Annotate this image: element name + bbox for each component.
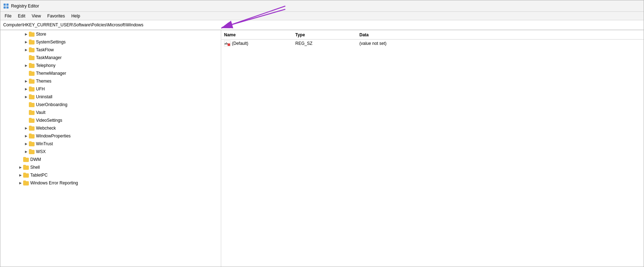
- tree-label-windowproperties: WindowProperties: [36, 134, 71, 138]
- tree-label-themes: Themes: [36, 79, 51, 84]
- tree-label-tabletpc: TabletPC: [30, 173, 48, 178]
- menu-view[interactable]: View: [29, 13, 44, 19]
- col-type: Type: [295, 32, 359, 37]
- folder-icon: [29, 110, 35, 115]
- tree-label-taskmanager: TaskManager: [36, 55, 62, 60]
- folder-icon: [29, 87, 35, 91]
- tree-label-telephony: Telephony: [36, 63, 56, 68]
- tree-item-telephony[interactable]: ▶ Telephony: [0, 62, 221, 69]
- address-path[interactable]: Computer\HKEY_CURRENT_USER\Software\Poli…: [3, 22, 143, 27]
- expand-icon: ▶: [17, 180, 23, 186]
- folder-icon: [29, 55, 35, 60]
- tree-label-wintrust: WinTrust: [36, 141, 53, 146]
- tree-item-taskflow[interactable]: ▶ TaskFlow: [0, 46, 221, 54]
- expand-icon: ▶: [23, 78, 29, 84]
- expand-icon: ▶: [23, 31, 29, 37]
- folder-icon: [29, 71, 35, 76]
- tree-item-shell[interactable]: ▶ Shell: [0, 163, 221, 171]
- tree-label-uninstall: Uninstall: [36, 94, 52, 99]
- expand-icon: ▶: [23, 63, 29, 68]
- tree-label-thememanager: ThemeManager: [36, 71, 66, 76]
- tree-item-vault[interactable]: ▶ Vault: [0, 109, 221, 116]
- svg-rect-1: [6, 4, 9, 6]
- expand-icon: ▶: [23, 149, 29, 155]
- folder-icon: [23, 157, 29, 162]
- tree-label-webcheck: Webcheck: [36, 126, 56, 131]
- expand-icon: ▶: [23, 47, 29, 53]
- tree-label-systemsettings: SystemSettings: [36, 40, 66, 44]
- svg-rect-2: [4, 6, 6, 9]
- folder-icon: [29, 149, 35, 154]
- tree-item-taskmanager[interactable]: ▶ TaskManager: [0, 54, 221, 62]
- tree-label-videosettings: VideoSettings: [36, 118, 62, 123]
- tree-item-themes[interactable]: ▶ Themes: [0, 77, 221, 85]
- menu-bar: File Edit View Favorites Help: [0, 12, 644, 20]
- tree-item-wintrust[interactable]: ▶ WinTrust: [0, 140, 221, 148]
- tree-item-useronboarding[interactable]: ▶ UserOnboarding: [0, 101, 221, 109]
- tree-item-windowserrorreporting[interactable]: ▶ Windows Error Reporting: [0, 179, 221, 187]
- folder-icon: [29, 94, 35, 99]
- tree-item-wsx[interactable]: ▶ WSX: [0, 148, 221, 156]
- folder-icon: [29, 134, 35, 138]
- folder-icon: [29, 141, 35, 146]
- tree-item-windowproperties[interactable]: ▶ WindowProperties: [0, 132, 221, 140]
- col-data: Data: [359, 32, 641, 37]
- address-bar: Computer\HKEY_CURRENT_USER\Software\Poli…: [0, 20, 644, 30]
- expand-icon: ▶: [23, 86, 29, 92]
- tree-label-taskflow: TaskFlow: [36, 47, 54, 52]
- folder-icon: [23, 173, 29, 178]
- folder-icon: [23, 180, 29, 185]
- expand-icon: ▶: [23, 133, 29, 139]
- tree-label-vault: Vault: [36, 110, 45, 115]
- tree-item-dwm[interactable]: ▶ DWM: [0, 156, 221, 163]
- folder-icon: [29, 47, 35, 52]
- default-name: (Default): [232, 41, 248, 46]
- expand-icon: ▶: [23, 94, 29, 100]
- detail-header: Name Type Data: [221, 30, 644, 40]
- tree-label-useronboarding: UserOnboarding: [36, 102, 67, 107]
- tree-item-systemsettings[interactable]: ▶ SystemSettings: [0, 38, 221, 46]
- ab-reg-icon: ab: [224, 41, 230, 46]
- folder-icon: [29, 126, 35, 131]
- tree-item-uninstall[interactable]: ▶ Uninstall: [0, 93, 221, 101]
- menu-help[interactable]: Help: [68, 13, 83, 19]
- tree-label-store: Store: [36, 32, 46, 37]
- tree-label-windowserrorreporting: Windows Error Reporting: [30, 180, 78, 185]
- tree-label-dwm: DWM: [30, 157, 41, 162]
- menu-favorites[interactable]: Favorites: [45, 13, 68, 19]
- tree-item-store[interactable]: ▶ Store: [0, 30, 221, 38]
- app-title: Registry Editor: [11, 4, 39, 9]
- folder-icon: [29, 32, 35, 37]
- tree-label-wsx: WSX: [36, 149, 46, 154]
- expand-icon: ▶: [23, 39, 29, 45]
- title-bar: Registry Editor: [0, 0, 644, 12]
- svg-rect-8: [228, 43, 230, 46]
- main-content: ▶ Store ▶ SystemSettings ▶ TaskFlow ▶ Ta…: [0, 30, 644, 267]
- tree-panel[interactable]: ▶ Store ▶ SystemSettings ▶ TaskFlow ▶ Ta…: [0, 30, 221, 267]
- tree-label-shell: Shell: [30, 165, 40, 170]
- tree-item-tabletpc[interactable]: ▶ TabletPC: [0, 171, 221, 179]
- folder-icon: [23, 165, 29, 170]
- folder-icon: [29, 79, 35, 84]
- tree-item-videosettings[interactable]: ▶ VideoSettings: [0, 116, 221, 124]
- menu-edit[interactable]: Edit: [15, 13, 28, 19]
- svg-text:ab: ab: [224, 42, 228, 45]
- folder-icon: [29, 118, 35, 123]
- detail-row-default[interactable]: ab (Default) REG_SZ (value not set): [221, 40, 644, 47]
- folder-icon: [29, 63, 35, 68]
- svg-rect-0: [4, 4, 6, 6]
- svg-rect-3: [6, 6, 9, 9]
- tree-item-thememanager[interactable]: ▶ ThemeManager: [0, 69, 221, 77]
- expand-icon: ▶: [17, 172, 23, 178]
- folder-icon: [29, 102, 35, 107]
- default-data: (value not set): [359, 41, 386, 46]
- col-name: Name: [224, 32, 295, 37]
- tree-item-webcheck[interactable]: ▶ Webcheck: [0, 124, 221, 132]
- expand-icon: ▶: [23, 125, 29, 131]
- tree-item-ufh[interactable]: ▶ UFH: [0, 85, 221, 93]
- default-type: REG_SZ: [295, 41, 359, 46]
- detail-panel: Name Type Data ab (Default) REG_SZ (valu…: [221, 30, 644, 267]
- menu-file[interactable]: File: [2, 13, 14, 19]
- expand-icon: ▶: [17, 164, 23, 170]
- tree-label-ufh: UFH: [36, 87, 45, 91]
